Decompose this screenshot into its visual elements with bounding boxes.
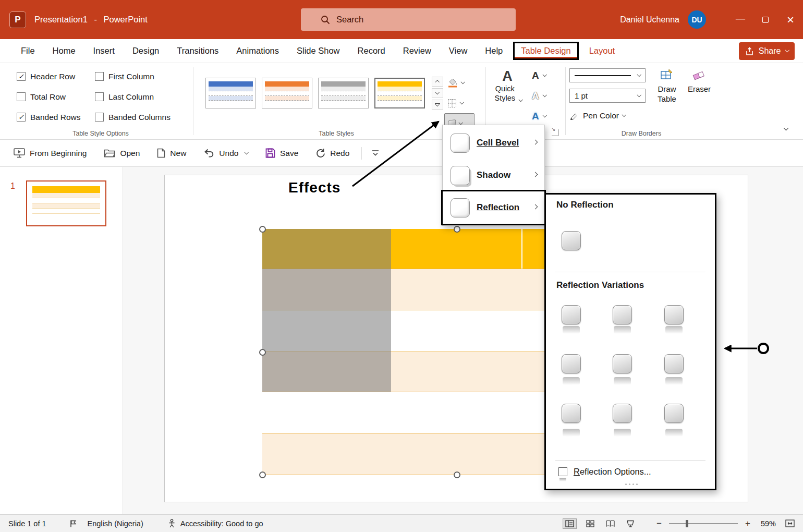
quick-styles-label: Quick Styles [492, 84, 517, 103]
from-beginning-button[interactable]: From Beginning [14, 148, 87, 158]
selection-handle-top-mid[interactable] [454, 226, 460, 233]
checkbox-last-column[interactable]: Last Column [95, 87, 171, 107]
maximize-button[interactable] [753, 0, 778, 39]
pen-color-label: Pen Color [583, 111, 619, 120]
close-button[interactable]: × [778, 0, 803, 39]
mini-table [32, 186, 100, 214]
tab-home[interactable]: Home [45, 42, 83, 59]
checkbox-label: Banded Rows [30, 113, 81, 122]
table-styles-scroll-up-button[interactable] [432, 77, 443, 87]
table-style-yellow-selected[interactable] [374, 78, 425, 108]
tab-insert[interactable]: Insert [86, 42, 122, 59]
reflection-variation-7[interactable] [562, 404, 581, 436]
checkbox-banded-columns[interactable]: Banded Columns [95, 107, 171, 127]
selection-handle-top-left[interactable] [259, 226, 266, 233]
selection-handle-bottom-mid[interactable] [454, 471, 460, 478]
undo-dropdown[interactable] [245, 150, 249, 154]
pen-style-dropdown[interactable] [569, 68, 646, 82]
tab-transitions[interactable]: Transitions [169, 42, 226, 59]
text-outline-button[interactable]: A [528, 86, 546, 106]
customize-qat-button[interactable] [372, 150, 379, 156]
table-styles-scroll-down-button[interactable] [432, 88, 443, 98]
avatar[interactable]: DU [688, 10, 706, 29]
save-button[interactable]: Save [265, 148, 298, 158]
menu-item-reflection[interactable]: Reflection [443, 191, 544, 224]
table-style-gray[interactable] [318, 78, 369, 108]
search-input[interactable]: Search [301, 8, 516, 31]
slide-thumbnail[interactable] [26, 180, 106, 226]
zoom-out-button[interactable]: − [656, 518, 662, 529]
tab-help[interactable]: Help [478, 42, 510, 59]
zoom-level[interactable]: 59% [761, 519, 776, 528]
menu-item-shadow[interactable]: Shadow [443, 159, 544, 191]
language-status[interactable]: English (Nigeria) [88, 519, 143, 528]
text-effects-button[interactable]: A [528, 106, 546, 126]
new-button[interactable]: New [157, 148, 186, 158]
redo-label: Redo [330, 149, 349, 158]
table-style-blue[interactable] [205, 78, 256, 108]
tab-design[interactable]: Design [125, 42, 166, 59]
selection-handle-mid-left[interactable] [259, 349, 266, 356]
minimize-button[interactable]: — [728, 0, 753, 39]
cell-bevel-icon [451, 134, 470, 153]
menu-item-cell-bevel[interactable]: Cell Bevel [443, 127, 544, 159]
checkbox-unchecked-icon [95, 113, 104, 122]
eraser-button[interactable]: Eraser [684, 68, 714, 94]
quick-styles-button[interactable]: A Quick Styles [490, 68, 525, 103]
flag-icon[interactable] [69, 519, 77, 528]
tab-review[interactable]: Review [396, 42, 439, 59]
reflection-variation-5[interactable] [613, 354, 632, 386]
zoom-slider[interactable] [669, 523, 738, 524]
wordart-dialog-launcher[interactable] [552, 129, 558, 136]
table-styles-more-button[interactable] [432, 100, 443, 110]
draw-table-button[interactable]: Draw Table [652, 68, 682, 104]
redo-button[interactable]: Redo [315, 148, 349, 158]
slide-table[interactable] [262, 229, 544, 475]
selection-handle-bottom-left[interactable] [259, 471, 266, 478]
reflection-variation-9[interactable] [664, 404, 684, 436]
checkbox-header-row[interactable]: ✓ Header Row [17, 66, 81, 87]
accessibility-status[interactable]: Accessibility: Good to go [180, 519, 263, 528]
zoom-in-button[interactable]: + [745, 518, 750, 529]
shading-button[interactable] [444, 72, 475, 93]
reflection-variation-6[interactable] [664, 354, 684, 386]
tab-record[interactable]: Record [350, 42, 393, 59]
checkbox-unchecked-icon [95, 72, 104, 81]
checkbox-banded-rows[interactable]: ✓ Banded Rows [17, 107, 81, 127]
reflection-variation-4[interactable] [562, 354, 581, 386]
window-title: Presentation1 - PowerPoint [34, 15, 148, 25]
tab-slide-show[interactable]: Slide Show [289, 42, 347, 59]
borders-button[interactable] [444, 93, 475, 113]
reflection-variation-3[interactable] [664, 305, 684, 337]
fit-slide-button[interactable] [783, 518, 797, 528]
reflection-variation-2[interactable] [613, 305, 632, 337]
table-style-orange[interactable] [262, 78, 312, 108]
reading-view-button[interactable] [604, 519, 617, 528]
share-button[interactable]: Share [739, 42, 795, 60]
reflection-variation-1[interactable] [562, 305, 581, 337]
powerpoint-logo-icon[interactable]: P [9, 11, 26, 28]
undo-button[interactable]: Undo [203, 149, 238, 158]
pen-color-button[interactable]: Pen Color [569, 111, 625, 120]
slideshow-view-button[interactable] [624, 519, 637, 528]
open-button[interactable]: Open [104, 149, 140, 158]
reflection-variation-8[interactable] [613, 404, 632, 436]
checkbox-first-column[interactable]: First Column [95, 66, 171, 87]
pen-weight-dropdown[interactable]: 1 pt [569, 89, 646, 103]
user-name[interactable]: Daniel Uchenna [620, 15, 679, 25]
group-label: Table Styles [198, 130, 475, 137]
text-fill-button[interactable]: A [528, 65, 546, 86]
no-reflection-option[interactable] [562, 231, 581, 263]
tab-file[interactable]: File [14, 42, 42, 59]
slide-sorter-view-button[interactable] [584, 519, 597, 528]
swatch-header [265, 81, 309, 87]
normal-view-button[interactable] [563, 518, 577, 529]
checkbox-total-row[interactable]: Total Row [17, 87, 81, 107]
zoom-slider-thumb[interactable] [686, 520, 688, 527]
tab-view[interactable]: View [442, 42, 475, 59]
reflection-options-button[interactable]: Reflection Options... [558, 467, 651, 477]
collapse-ribbon-button[interactable] [779, 124, 793, 134]
tab-layout[interactable]: Layout [582, 42, 623, 59]
tab-animations[interactable]: Animations [229, 42, 286, 59]
tab-table-design[interactable]: Table Design [513, 42, 578, 60]
